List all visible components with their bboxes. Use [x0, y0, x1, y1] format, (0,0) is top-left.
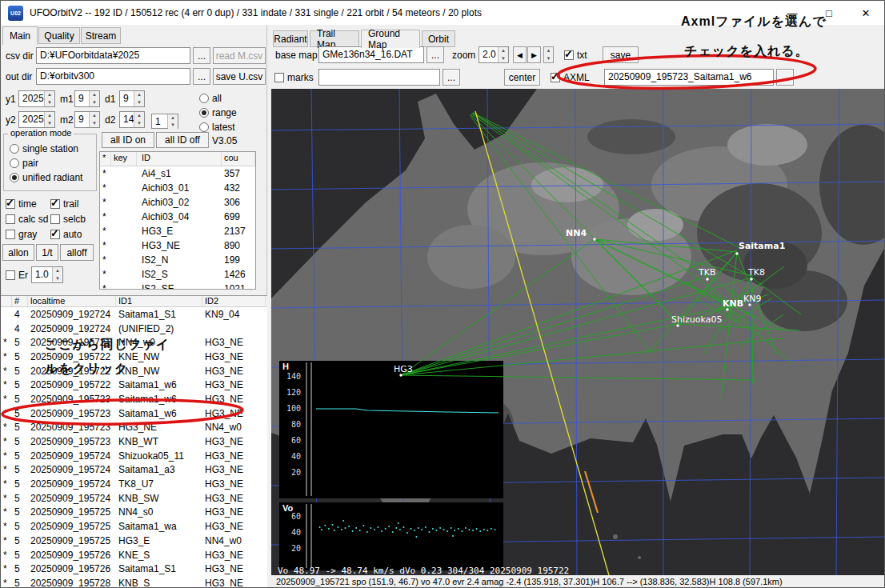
out-dir-browse-button[interactable]: ... — [193, 68, 210, 85]
tab-quality[interactable]: Quality — [38, 27, 80, 44]
marks-browse-button[interactable]: ... — [442, 69, 460, 86]
tab-stream[interactable]: Stream — [81, 27, 121, 44]
event-row[interactable]: *520250909_195724Shizuoka05_11HG3_NE — [1, 449, 267, 463]
m2-spinner[interactable]: 9▲▼ — [74, 111, 100, 128]
y2-spinner[interactable]: 2025▲▼ — [18, 111, 55, 128]
er-spinner[interactable]: 1.0▲▼ — [31, 266, 63, 283]
id-table-row[interactable]: *IS2_S1426 — [100, 267, 255, 282]
radio-latest[interactable]: latest — [199, 121, 235, 133]
id-table-row[interactable]: *IS2_SE1021 — [100, 282, 255, 290]
window-title: UFOOrbitV2 -- 192 ID / 150512 rec (4 err… — [30, 7, 482, 18]
radio-unified-radiant[interactable]: unified radiant — [10, 171, 82, 183]
close-button[interactable]: ✕ — [847, 1, 884, 25]
m1-label: m1 — [60, 94, 74, 105]
tab-radiant[interactable]: Radiant — [273, 30, 308, 47]
out-dir-input[interactable]: D:¥orbitv300 — [36, 68, 190, 85]
d1-spinner[interactable]: 9▲▼ — [119, 90, 145, 107]
radio-all[interactable]: all — [199, 92, 222, 104]
alloff-button[interactable]: alloff — [60, 244, 94, 261]
id-table-row[interactable]: *HG3_E2137 — [100, 224, 255, 238]
pan-left-button[interactable]: ◀ — [513, 46, 527, 63]
trail-checkbox[interactable]: trail — [50, 198, 78, 210]
ground-map[interactable]: H 14012010080604020 Vo 604020 NN4Saitama… — [271, 89, 885, 575]
event-row[interactable]: *520250909_195723KNB_WTHG3_NE — [1, 434, 267, 449]
auto-checkbox[interactable]: auto — [50, 228, 82, 241]
save-button[interactable]: save — [603, 46, 639, 63]
event-row[interactable]: *520250909_195726KNE_SHG3_NE — [1, 548, 267, 562]
event-row[interactable]: *520250909_195726Saitama1_S1HG3_NE — [1, 562, 267, 576]
event-row[interactable]: *520250909_195724KNB_SWHG3_NE — [1, 491, 267, 506]
read-mcsv-button[interactable]: read M.csv — [213, 47, 266, 64]
id-table-row[interactable]: *Ai4_s1357 — [100, 166, 255, 181]
event-row[interactable]: 420250909_192724Saitama1_S1KN9_04 — [1, 307, 267, 322]
zoom-spinner[interactable]: 2.0▲▼ — [479, 46, 509, 63]
pan-right-button[interactable]: ▶ — [527, 46, 541, 63]
event-row[interactable]: *520250909_195725Saitama1_waHG3_NE — [1, 519, 267, 534]
txt-checkbox[interactable]: txt — [564, 49, 587, 62]
marks-checkbox[interactable]: marks — [274, 71, 314, 84]
center-button[interactable]: center — [504, 69, 540, 86]
csv-dir-input[interactable]: D:¥UFOorbitdata¥2025 — [36, 47, 190, 64]
selcb-checkbox[interactable]: selcb — [50, 213, 86, 226]
id-table-row[interactable]: *HG3_NE890 — [100, 238, 255, 253]
all-id-off-button[interactable]: all ID off — [156, 132, 209, 148]
axml-file-input[interactable]: 20250909_195723_Saitama1_w6 — [604, 69, 774, 86]
d2-spinner[interactable]: 14▲▼ — [119, 111, 145, 128]
status-bar: 20250909_195721 spo (151.9, 46.7) vo 47.… — [271, 575, 885, 588]
svg-text:20: 20 — [291, 468, 301, 477]
m1-spinner[interactable]: 9▲▼ — [74, 90, 100, 107]
id-table-row[interactable]: *Aichi03_02306 — [100, 195, 255, 210]
radio-single-station[interactable]: single station — [10, 142, 78, 154]
csv-dir-browse-button[interactable]: ... — [193, 47, 210, 64]
event-row[interactable]: *520250909_195723Saitama1_w6HG3_NE — [1, 406, 267, 421]
tab-main[interactable]: Main — [2, 26, 38, 45]
column-header[interactable]: ID2 — [202, 296, 266, 306]
column-header[interactable]: ID1 — [116, 296, 202, 306]
cell: * — [100, 240, 111, 251]
all-id-on-button[interactable]: all ID on — [102, 132, 154, 148]
event-row[interactable]: *520250909_195725NN4_s0HG3_NE — [1, 506, 267, 520]
radio-pair[interactable]: pair — [10, 157, 38, 169]
cell: 4 — [12, 309, 28, 320]
event-row[interactable]: *520250909_195722Saitama1_w6HG3_NE — [1, 378, 267, 392]
event-row[interactable]: *520250909_195723Saitama1_w6HG3_NE — [1, 392, 267, 406]
step-spinner[interactable]: 1▲▼ — [151, 114, 178, 129]
gray-checkbox[interactable]: gray — [6, 228, 37, 241]
cell: * — [1, 478, 12, 490]
time-checkbox[interactable]: time — [6, 198, 37, 210]
er-checkbox[interactable]: Er — [6, 269, 28, 282]
id-table-row[interactable]: *Aichi03_04699 — [100, 210, 255, 224]
event-row[interactable]: *520250909_195728KNB_SHG3_NE — [1, 576, 267, 588]
column-header[interactable]: key — [111, 152, 137, 166]
one-t-button[interactable]: 1/t — [36, 244, 58, 261]
cell: * — [1, 493, 12, 504]
event-row[interactable]: *520250909_195722KNB_NWHG3_NE — [1, 364, 267, 378]
y1-spinner[interactable]: 2025▲▼ — [18, 90, 55, 107]
event-row[interactable]: 420250909_192724(UNIFIED_2) — [1, 322, 267, 336]
event-row[interactable]: *520250909_195725HG3_ENN4_w0 — [1, 534, 267, 548]
event-row[interactable]: *520250909_195723HG3_NENN4_w0 — [1, 421, 267, 435]
id-table-row[interactable]: *Aichi03_01432 — [100, 181, 255, 195]
axml-checkbox[interactable]: AXML — [551, 71, 590, 84]
cell: 5 — [12, 563, 28, 574]
column-header[interactable]: ID — [137, 152, 222, 166]
event-row[interactable]: *520250909_195724TK8_U7HG3_NE — [1, 477, 267, 491]
marks-input[interactable] — [318, 69, 440, 86]
id-table-row[interactable]: *IS2_N199 — [100, 253, 255, 267]
pan-updown-control[interactable]: ▲▼ — [543, 46, 554, 63]
base-map-browse-button[interactable]: ... — [426, 46, 444, 63]
column-header[interactable] — [1, 296, 12, 306]
column-header[interactable]: cou — [222, 152, 255, 166]
radio-range[interactable]: range — [199, 106, 237, 118]
axml-browse-button[interactable]: ... — [776, 69, 794, 86]
event-row[interactable]: *520250909_195724Saitama1_a3HG3_NE — [1, 463, 267, 478]
column-header[interactable]: * — [100, 152, 111, 166]
column-header[interactable]: # — [12, 296, 28, 306]
tab-orbit[interactable]: Orbit — [422, 30, 455, 47]
save-ucsv-button[interactable]: save U.csv — [213, 68, 266, 85]
allon-button[interactable]: allon — [2, 244, 34, 261]
tab-trail-map[interactable]: Trail Map — [310, 30, 359, 47]
tab-ground-map[interactable]: Ground Map — [361, 30, 420, 48]
calc-sd-checkbox[interactable]: calc sd — [6, 213, 48, 226]
column-header[interactable]: localtime — [28, 296, 116, 306]
